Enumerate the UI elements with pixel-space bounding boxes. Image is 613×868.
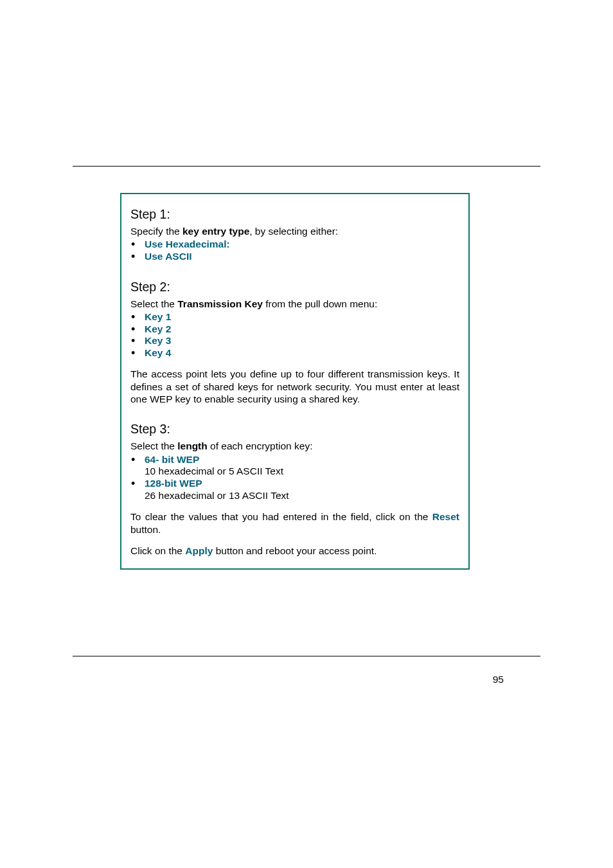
step3-reset: To clear the values that you had entered… xyxy=(130,511,459,536)
step2-intro-bold: Transmission Key xyxy=(177,298,263,309)
apply-pre: Click on the xyxy=(130,545,185,556)
step1-intro-bold: key entry type xyxy=(182,226,249,237)
step3-intro-pre: Select the xyxy=(130,440,177,451)
bullet-subtext: 26 hexadecimal or 13 ASCII Text xyxy=(145,490,459,502)
instruction-box: Step 1: Specify the key entry type, by s… xyxy=(120,193,470,570)
reset-post: button. xyxy=(130,524,161,535)
step2-intro: Select the Transmission Key from the pul… xyxy=(130,298,459,310)
step1-intro-post: , by selecting either: xyxy=(249,226,338,237)
step2-title: Step 2: xyxy=(130,280,459,294)
step2-para: The access point lets you define up to f… xyxy=(130,368,459,405)
step3-intro: Select the length of each encryption key… xyxy=(130,440,459,452)
bullet-label: Key 4 xyxy=(145,347,171,358)
bullet-label: 64- bit WEP xyxy=(145,454,199,465)
list-item: 64- bit WEP 10 hexadecimal or 5 ASCII Te… xyxy=(130,454,459,478)
reset-bold: Reset xyxy=(432,511,459,522)
reset-pre: To clear the values that you had entered… xyxy=(130,511,432,522)
step2-intro-pre: Select the xyxy=(130,298,177,309)
list-item: Key 1 xyxy=(130,311,459,323)
list-item: Use ASCII xyxy=(130,251,459,263)
step3-title: Step 3: xyxy=(130,422,459,437)
list-item: 128-bit WEP 26 hexadecimal or 13 ASCII T… xyxy=(130,478,459,502)
bullet-label: Use ASCII xyxy=(145,251,192,262)
step3-intro-post: of each encryption key: xyxy=(208,440,313,451)
page-number: 95 xyxy=(493,674,504,685)
header-rule xyxy=(73,166,540,167)
bullet-label: 128-bit WEP xyxy=(145,478,202,489)
step3-apply: Click on the Apply button and reboot you… xyxy=(130,545,459,557)
step1-bullets: Use Hexadecimal: Use ASCII xyxy=(130,239,459,262)
apply-bold: Apply xyxy=(185,545,213,556)
bullet-subtext: 10 hexadecimal or 5 ASCII Text xyxy=(145,466,459,478)
step3-intro-bold: length xyxy=(177,440,208,451)
document-page: Step 1: Specify the key entry type, by s… xyxy=(0,0,613,868)
step2-bullets: Key 1 Key 2 Key 3 Key 4 xyxy=(130,311,459,359)
apply-post: button and reboot your access point. xyxy=(213,545,377,556)
list-item: Key 4 xyxy=(130,347,459,359)
step1-intro: Specify the key entry type, by selecting… xyxy=(130,225,459,237)
bullet-label: Use Hexadecimal: xyxy=(145,239,230,249)
step1-title: Step 1: xyxy=(130,207,459,222)
step1-intro-pre: Specify the xyxy=(130,226,182,237)
footer-rule xyxy=(73,656,540,656)
bullet-label: Key 3 xyxy=(145,335,171,346)
bullet-label: Key 2 xyxy=(145,323,171,334)
step2-intro-post: from the pull down menu: xyxy=(263,298,377,309)
list-item: Use Hexadecimal: xyxy=(130,239,459,251)
bullet-label: Key 1 xyxy=(145,311,171,322)
list-item: Key 3 xyxy=(130,335,459,347)
step3-bullets: 64- bit WEP 10 hexadecimal or 5 ASCII Te… xyxy=(130,454,459,502)
list-item: Key 2 xyxy=(130,323,459,336)
